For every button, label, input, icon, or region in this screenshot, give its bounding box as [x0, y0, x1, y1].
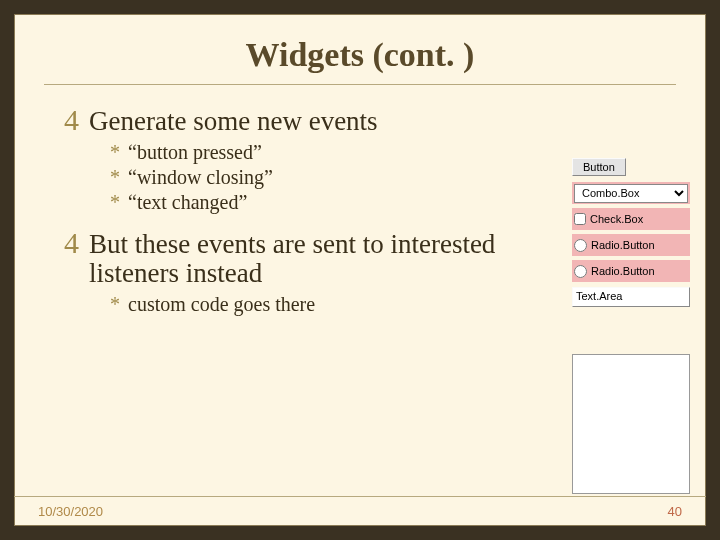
bullet2-text: “text changed” [128, 191, 247, 214]
bullet1-text: Generate some new events [89, 107, 378, 137]
sample-radio-1[interactable] [574, 239, 587, 252]
slide-footer: 10/30/2020 40 [14, 496, 706, 526]
footer-date: 10/30/2020 [38, 504, 103, 519]
sample-button[interactable]: Button [572, 158, 626, 176]
bullet1-marker-icon: 4 [64, 105, 79, 135]
widget-row-combobox: Combo.Box [572, 182, 690, 204]
checkbox-label: Check.Box [590, 213, 643, 225]
widget-row-radio: Radio.Button [572, 260, 690, 282]
sample-checkbox[interactable] [574, 213, 586, 225]
bullet1-marker-icon: 4 [64, 228, 79, 258]
widget-row-radio: Radio.Button [572, 234, 690, 256]
radio-label: Radio.Button [591, 265, 655, 277]
sample-radio-2[interactable] [574, 265, 587, 278]
bullet2-text: custom code goes there [128, 293, 315, 316]
bullet2-text: “window closing” [128, 166, 273, 189]
bullet-level1: 4 Generate some new events [64, 105, 706, 137]
radio-label: Radio.Button [591, 239, 655, 251]
textarea-label: Text.Area [576, 290, 622, 302]
widget-row-button: Button [572, 156, 690, 178]
sample-listbox[interactable] [572, 354, 690, 494]
widget-row-textarea: Text.Area [572, 286, 690, 308]
bullet2-marker-icon: * [110, 166, 120, 189]
bullet2-marker-icon: * [110, 293, 120, 316]
bullet2-text: “button pressed” [128, 141, 262, 164]
slide-title: Widgets (cont. ) [14, 14, 706, 74]
slide: Widgets (cont. ) 4 Generate some new eve… [14, 14, 706, 526]
bullet1-text: But these events are sent to interested … [89, 230, 509, 289]
widget-sample-panel: Button Combo.Box Check.Box Radio.Button … [572, 156, 690, 308]
bullet2-marker-icon: * [110, 141, 120, 164]
widget-row-checkbox: Check.Box [572, 208, 690, 230]
sample-combobox[interactable]: Combo.Box [574, 184, 688, 203]
sample-textarea[interactable]: Text.Area [572, 287, 690, 307]
bullet2-marker-icon: * [110, 191, 120, 214]
footer-page-number: 40 [668, 504, 682, 519]
